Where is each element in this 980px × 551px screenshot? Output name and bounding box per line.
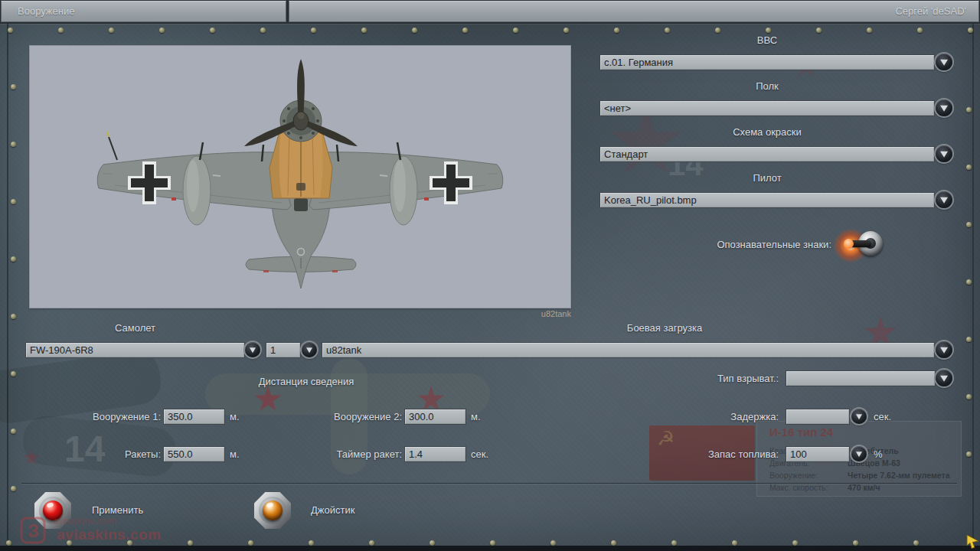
screw-icon: [550, 540, 556, 546]
screw-icon: [188, 540, 193, 546]
screw-icon: [816, 28, 822, 33]
rocket-timer-input[interactable]: 1.4: [404, 446, 466, 462]
divider: [21, 483, 957, 484]
delay-dropdown-button[interactable]: [851, 409, 867, 424]
vvs-dropdown-button[interactable]: [936, 54, 952, 70]
chevron-down-icon: [940, 60, 948, 66]
vvs-select[interactable]: с.01. Германия: [599, 54, 935, 70]
amber-button-icon: [263, 500, 283, 520]
fuel-input[interactable]: 100: [786, 446, 850, 462]
weapon1-input[interactable]: 350.0: [163, 409, 225, 425]
loadout-label: Боевая загрузка: [473, 322, 856, 334]
rockets-input[interactable]: 550.0: [163, 446, 225, 462]
screw-icon: [564, 28, 569, 33]
fuse-type-label: Тип взрыват.:: [685, 373, 779, 384]
regiment-dropdown-button[interactable]: [936, 99, 952, 116]
screw-icon: [11, 142, 16, 147]
player-name: Сергей 'deSAD': [895, 5, 966, 17]
chevron-down-icon: [940, 197, 948, 204]
screw-icon: [412, 28, 417, 33]
joystick-button[interactable]: [254, 492, 291, 529]
screw-icon: [109, 28, 114, 33]
screw-icon: [611, 540, 616, 546]
screw-icon: [867, 28, 872, 33]
markings-label: Опознавательные знаки:: [612, 239, 831, 250]
bg-info-title: И-16 тип 24: [769, 425, 833, 439]
screw-icon: [11, 486, 16, 491]
tab-armament[interactable]: Вооружение: [1, 1, 286, 22]
loadout-dropdown-button[interactable]: [936, 341, 952, 358]
watermark-text: aviaskins.com: [57, 527, 161, 543]
chevron-down-icon: [856, 452, 862, 457]
delay-label: Задержка:: [685, 411, 779, 422]
variant-select[interactable]: 1: [266, 342, 301, 358]
screw-icon: [966, 452, 972, 457]
armament-screen: 14 14 ☭ И-16 тип 24 Класс: истребитель Д…: [0, 0, 980, 551]
screw-icon: [966, 165, 972, 170]
screw-icon: [732, 540, 737, 546]
screw-icon: [248, 540, 253, 546]
screw-icon: [462, 28, 468, 33]
fuel-dropdown-button[interactable]: [851, 446, 867, 461]
weapon2-label: Вооружение 2:: [314, 411, 402, 422]
fuel-unit: %: [874, 448, 883, 460]
pilot-dropdown-button[interactable]: [936, 191, 952, 208]
vvs-label: ВВС: [599, 34, 935, 46]
screw-icon: [968, 28, 973, 33]
screw-icon: [159, 28, 165, 33]
plane-label: Самолет: [25, 322, 245, 334]
rocket-timer-unit: сек.: [471, 448, 488, 460]
screw-icon: [369, 540, 374, 546]
plane-select[interactable]: FW-190A-6R8: [25, 342, 245, 358]
weapon1-label: Вооружение 1:: [73, 411, 161, 422]
loadout-select[interactable]: u82tank: [322, 342, 935, 358]
watermark: З aviaskins.com aviaskins.com: [20, 516, 47, 548]
plane-dropdown-button[interactable]: [245, 342, 260, 357]
rocket-timer-label: Таймер ракет:: [314, 448, 402, 460]
screw-icon: [966, 337, 972, 342]
regiment-label: Полк: [599, 80, 935, 92]
panel-edge: [7, 24, 8, 546]
paint-dropdown-button[interactable]: [936, 145, 952, 162]
screw-icon: [966, 222, 972, 227]
screw-icon: [11, 314, 16, 319]
screw-icon: [917, 28, 923, 33]
fuse-type-select[interactable]: [786, 370, 936, 386]
screw-icon: [513, 28, 518, 33]
aircraft-top-view: [29, 45, 571, 308]
fuse-type-dropdown-button[interactable]: [936, 370, 952, 386]
screw-icon: [6, 540, 11, 546]
panel-edge: [972, 24, 974, 546]
screw-icon: [715, 28, 720, 33]
screw-icon: [913, 540, 919, 546]
convergence-title: Дистанция сведения: [214, 376, 398, 387]
pilot-select[interactable]: Korea_RU_pilot.bmp: [599, 192, 935, 208]
rockets-unit: м.: [230, 448, 240, 460]
title-bar: Вооружение Сергей 'deSAD': [0, 0, 980, 24]
weapon1-unit: м.: [230, 411, 240, 422]
delay-unit: сек.: [874, 411, 891, 422]
fuel-label: Запас топлива:: [674, 448, 779, 460]
svg-text:З: З: [28, 520, 39, 541]
screw-icon: [671, 540, 677, 546]
regiment-select[interactable]: <нет>: [599, 100, 935, 116]
screw-icon: [311, 28, 316, 33]
bottom-bar: [0, 546, 980, 551]
weapon2-input[interactable]: 300.0: [404, 409, 466, 425]
delay-input[interactable]: [786, 409, 850, 425]
screw-icon: [11, 429, 16, 434]
chevron-down-icon: [856, 414, 862, 419]
watermark-text-small: aviaskins.com: [54, 516, 116, 527]
screw-icon: [11, 199, 16, 204]
chevron-down-icon: [940, 106, 948, 112]
hammer-sickle-icon: ☭: [657, 427, 675, 451]
screw-icon: [614, 28, 619, 33]
screw-icon: [8, 28, 13, 33]
joystick-label: Джойстик: [311, 504, 354, 516]
rockets-label: Ракеты:: [73, 448, 161, 460]
paint-scheme-select[interactable]: Стандарт: [599, 146, 935, 162]
screw-icon: [966, 394, 972, 399]
screw-icon: [766, 28, 771, 33]
variant-dropdown-button[interactable]: [302, 342, 317, 357]
screw-icon: [430, 540, 435, 546]
